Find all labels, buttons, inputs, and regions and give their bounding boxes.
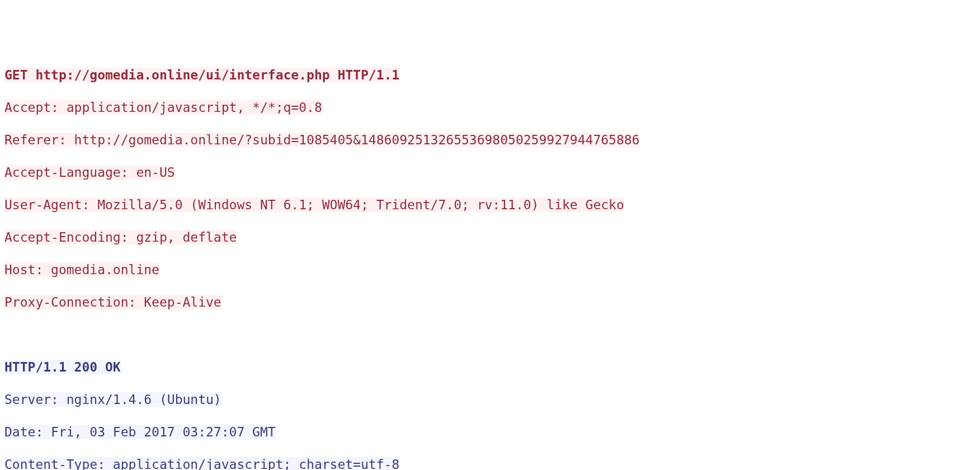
http-header-server: Server: nginx/1.4.6 (Ubuntu)	[4, 392, 222, 407]
http-header-proxy-connection: Proxy-Connection: Keep-Alive	[4, 295, 222, 309]
http-header-user-agent: User-Agent: Mozilla/5.0 (Windows NT 6.1;…	[4, 198, 624, 212]
http-header-content-type: Content-Type: application/javascript; ch…	[4, 457, 399, 470]
blank-line	[4, 327, 976, 343]
http-status-line: HTTP/1.1 200 OK	[4, 360, 121, 374]
http-header-host: Host: gomedia.online	[4, 262, 159, 277]
http-header-accept-encoding: Accept-Encoding: gzip, deflate	[4, 230, 237, 245]
http-header-accept: Accept: application/javascript, */*;q=0.…	[4, 100, 322, 115]
http-header-date: Date: Fri, 03 Feb 2017 03:27:07 GMT	[4, 425, 276, 439]
http-request-line: GET http://gomedia.online/ui/interface.p…	[4, 68, 399, 82]
http-header-referer: Referer: http://gomedia.online/?subid=10…	[4, 133, 639, 147]
http-header-accept-language: Accept-Language: en-US	[4, 165, 175, 180]
